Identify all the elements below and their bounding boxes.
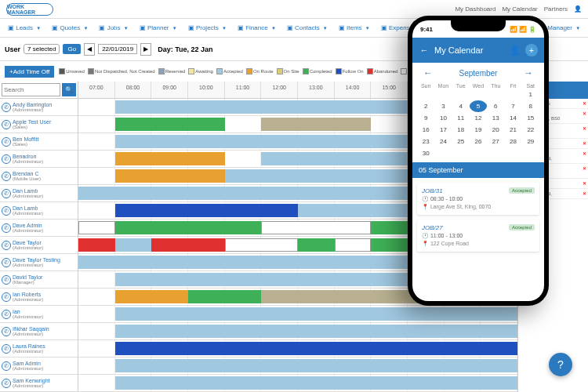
task-block[interactable]	[115, 238, 152, 252]
calendar-day[interactable]: 10	[434, 112, 452, 124]
task-block[interactable]	[115, 376, 517, 390]
user-row[interactable]: ✆Sam Admin(Administrator)	[0, 358, 78, 375]
schedule-row[interactable]	[78, 375, 517, 392]
nav-leads[interactable]: ▣ Leads ▼	[3, 23, 45, 33]
task-block[interactable]	[188, 290, 261, 303]
task-block[interactable]	[115, 290, 188, 303]
next-month-icon[interactable]: →	[524, 67, 533, 78]
calendar-day[interactable]: 19	[470, 124, 487, 136]
calendar-day[interactable]: 16	[417, 124, 434, 136]
task-block[interactable]	[115, 204, 298, 217]
next-day-button[interactable]: ▶	[140, 43, 151, 56]
calendar-day[interactable]: 12	[470, 112, 487, 124]
user-row[interactable]: ✆Ian Roberts(Administrator)	[0, 289, 78, 306]
task-block[interactable]	[371, 221, 408, 234]
user-row[interactable]: ✆Ifikhar Saqqain(Administrator)	[0, 323, 78, 340]
calendar-day[interactable]: 17	[434, 124, 452, 136]
user-selected-count[interactable]: 7 selected	[24, 44, 60, 54]
nav-projects[interactable]: ▣ Projects ▼	[183, 23, 231, 33]
user-avatar-icon[interactable]: 👤	[574, 5, 582, 13]
user-row[interactable]: ✆Andy Barrington(Administrator)	[0, 99, 78, 116]
calendar-day[interactable]: 24	[434, 136, 452, 147]
calendar-day[interactable]: 25	[452, 136, 470, 147]
calendar-day[interactable]: 6	[487, 100, 504, 112]
user-row[interactable]: ✆Dave Taylor Testing(Administrator)	[0, 254, 78, 271]
search-input[interactable]	[2, 83, 60, 96]
task-block[interactable]	[115, 221, 262, 234]
calendar-day[interactable]: 9	[417, 112, 434, 124]
task-block[interactable]	[115, 307, 517, 321]
user-row[interactable]: ✆Brendan C(Mobile User)	[0, 168, 78, 185]
partners-link[interactable]: Partners	[544, 5, 568, 13]
calendar-day[interactable]: 4	[452, 100, 470, 112]
user-row[interactable]: ✆Ben Moffitt(Sales)	[0, 133, 78, 151]
prev-month-icon[interactable]: ←	[423, 67, 433, 78]
calendar-day[interactable]: 22	[522, 124, 539, 136]
task-block[interactable]	[115, 152, 225, 165]
task-block[interactable]	[78, 238, 115, 252]
prev-day-button[interactable]: ◀	[84, 43, 95, 56]
calendar-day[interactable]: 29	[522, 136, 539, 147]
task-block[interactable]	[115, 342, 517, 355]
search-button[interactable]: 🔍	[62, 83, 76, 96]
my-calendar-link[interactable]: My Calendar	[502, 5, 537, 13]
calendar-day[interactable]: 28	[504, 136, 521, 147]
add-time-off-button[interactable]: +Add Time Off	[5, 66, 54, 78]
user-row[interactable]: ✆Benadron(Administrator)	[0, 151, 78, 168]
calendar-day[interactable]: 15	[522, 112, 539, 124]
nav-contacts[interactable]: ▣ Contacts ▼	[282, 23, 332, 33]
schedule-row[interactable]	[78, 323, 517, 340]
close-icon[interactable]: ✕	[583, 111, 586, 116]
user-row[interactable]: ✆Ian(Administrator)	[0, 306, 78, 323]
nav-quotes[interactable]: ▣ Quotes ▼	[47, 23, 93, 33]
back-icon[interactable]: ←	[419, 45, 430, 56]
date-picker[interactable]: 22/01/2019	[98, 44, 137, 54]
close-icon[interactable]: ✕	[583, 140, 586, 146]
close-icon[interactable]: ✕	[583, 151, 586, 156]
phone-add-button[interactable]: +	[525, 44, 538, 56]
appointment-card[interactable]: AcceptedJOB/27🕐 11:00 - 13:00📍 122 Cope …	[417, 220, 539, 252]
task-block[interactable]	[151, 238, 224, 252]
user-row[interactable]: ✆Dave Taylor(Administrator)	[0, 237, 78, 254]
task-block[interactable]	[225, 238, 298, 252]
schedule-row[interactable]	[78, 306, 517, 323]
calendar-day[interactable]: 30	[417, 147, 434, 159]
task-block[interactable]	[115, 359, 517, 372]
calendar-day[interactable]: 7	[504, 100, 521, 112]
calendar-day[interactable]: 8	[522, 100, 539, 112]
nav-items[interactable]: ▣ Items ▼	[334, 23, 375, 33]
task-block[interactable]	[298, 238, 335, 252]
schedule-row[interactable]	[78, 358, 517, 375]
close-icon[interactable]: ✕	[583, 100, 586, 106]
my-dashboard-link[interactable]: My Dashboard	[455, 5, 495, 13]
calendar-day[interactable]: 23	[417, 136, 434, 147]
appointment-card[interactable]: AcceptedJOB/31🕐 08:30 - 10:00📍 Large Ave…	[417, 183, 539, 215]
user-row[interactable]: ✆Dan Lamb(Administrator)	[0, 185, 78, 202]
user-row[interactable]: ✆Laura Raines(Administrator)	[0, 340, 78, 358]
user-row[interactable]: ✆Dan Lamb(Administrator)	[0, 202, 78, 220]
calendar-day[interactable]: 13	[487, 112, 504, 124]
task-block[interactable]	[78, 221, 115, 234]
calendar-day[interactable]: 5	[470, 100, 487, 112]
task-block[interactable]	[261, 290, 334, 303]
calendar-day[interactable]: 3	[434, 100, 452, 112]
close-icon[interactable]: ✕	[583, 191, 586, 196]
task-block[interactable]	[115, 118, 225, 131]
task-block[interactable]	[115, 325, 517, 338]
calendar-day[interactable]: 21	[504, 124, 521, 136]
task-block[interactable]	[335, 238, 372, 252]
calendar-day[interactable]: 27	[487, 136, 504, 147]
close-icon[interactable]: ✕	[583, 180, 586, 186]
calendar-day[interactable]: 2	[417, 100, 434, 112]
go-button[interactable]: Go	[63, 44, 81, 54]
nav-planner[interactable]: ▣ Planner ▼	[135, 23, 182, 33]
calendar-day[interactable]: 11	[452, 112, 470, 124]
calendar-day[interactable]: 26	[470, 136, 487, 147]
task-block[interactable]	[115, 169, 225, 183]
task-block[interactable]	[261, 118, 371, 131]
calendar-day[interactable]: 18	[452, 124, 470, 136]
user-row[interactable]: ✆David Taylor(Manager)	[0, 271, 78, 289]
phone-user-icon[interactable]: 👤	[510, 45, 521, 56]
close-icon[interactable]: ✕	[583, 165, 586, 171]
schedule-row[interactable]	[78, 340, 517, 358]
